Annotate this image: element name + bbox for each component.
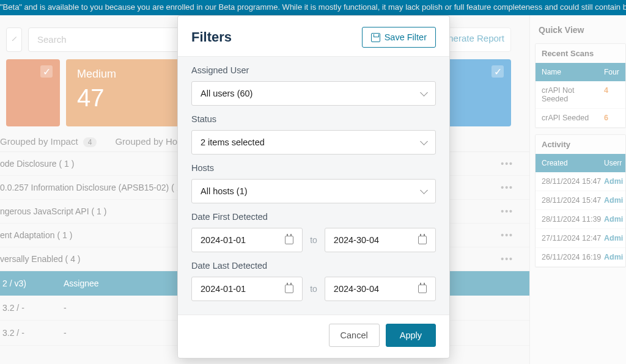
status-select[interactable]: 2 items selected	[191, 130, 436, 155]
assigned-user-select[interactable]: All users (60)	[191, 81, 436, 106]
save-filter-button[interactable]: Save Filter	[362, 27, 436, 48]
chevron-down-icon	[420, 186, 428, 194]
assigned-user-label: Assigned User	[191, 65, 436, 75]
date-last-to-input[interactable]: 2024-30-04	[325, 277, 436, 301]
date-last-label: Date Last Detected	[191, 261, 436, 271]
modal-title: Filters	[191, 29, 232, 45]
hosts-label: Hosts	[191, 163, 436, 173]
date-last-from-input[interactable]: 2024-01-01	[191, 277, 303, 301]
calendar-icon	[285, 236, 293, 244]
status-label: Status	[191, 114, 436, 124]
date-separator: to	[310, 284, 317, 294]
calendar-icon	[285, 285, 293, 293]
save-icon	[371, 33, 380, 42]
apply-button[interactable]: Apply	[386, 324, 436, 347]
filters-modal: Filters Save Filter Assigned User All us…	[177, 15, 450, 359]
beta-banner: "Beta" and is available to you because y…	[0, 0, 626, 15]
date-first-from-input[interactable]: 2024-01-01	[191, 228, 303, 252]
chevron-down-icon	[420, 89, 428, 96]
date-first-label: Date First Detected	[191, 212, 436, 222]
cancel-button[interactable]: Cancel	[329, 324, 380, 347]
hosts-select[interactable]: All hosts (1)	[191, 179, 436, 203]
date-first-to-input[interactable]: 2024-30-04	[325, 228, 436, 252]
date-separator: to	[310, 235, 317, 245]
calendar-icon	[418, 236, 427, 244]
chevron-down-icon	[420, 137, 428, 145]
calendar-icon	[418, 285, 427, 293]
